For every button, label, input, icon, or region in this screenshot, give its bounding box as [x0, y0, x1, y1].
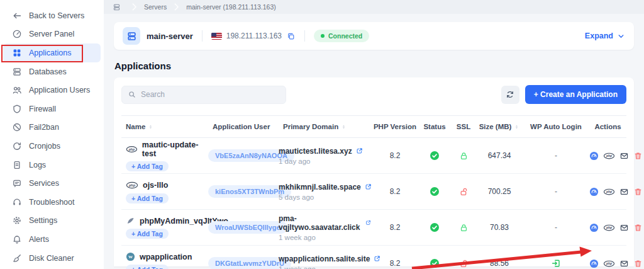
search-icon: [128, 90, 136, 99]
delete-button[interactable]: [633, 187, 643, 197]
actions-cell: [589, 259, 643, 268]
php-icon: [603, 223, 615, 232]
applications-table: Name Application User Primary Domain PHP…: [121, 115, 626, 269]
manage-button[interactable]: [589, 151, 599, 161]
sidebar-item-firewall[interactable]: Firewall: [3, 100, 101, 118]
ssl-lock-icon: [459, 151, 469, 161]
create-application-button[interactable]: + Create an Application: [525, 85, 626, 104]
application-name[interactable]: ojs-lllo: [126, 180, 168, 190]
refresh-button[interactable]: [501, 86, 519, 104]
sidebar-item-settings[interactable]: Settings: [3, 212, 101, 231]
table-row: wpapplication + Add Tag DKGtatLwvmzYUDrU…: [121, 246, 626, 269]
wp-auto-login-button[interactable]: [551, 258, 561, 268]
php-settings-button[interactable]: [603, 259, 615, 268]
primary-domain-link[interactable]: mautictest.litesa.xyz: [279, 147, 364, 156]
age-label: 1 week ago: [279, 234, 316, 241]
actions-cell: [589, 223, 643, 232]
sidebar-item-label: Databases: [29, 67, 67, 76]
chevron-right-icon: [132, 3, 136, 11]
php-settings-button[interactable]: [603, 223, 615, 232]
page-title: Applications: [114, 60, 644, 71]
sidebar-item-cronjobs[interactable]: Cronjobs: [3, 137, 101, 156]
add-tag-button[interactable]: + Add Tag: [126, 193, 169, 203]
sidebar-item-label: Fail2ban: [29, 123, 59, 132]
mail-button[interactable]: [619, 259, 629, 268]
breadcrumb: Servers main-server (198.211.113.163): [104, 0, 644, 14]
sidebar-item-label: Troubleshoot: [29, 198, 75, 207]
application-name[interactable]: mautic-update-test: [126, 140, 208, 158]
column-header-name[interactable]: Name: [121, 123, 208, 130]
external-link-icon[interactable]: [365, 219, 372, 227]
column-header-size[interactable]: Size (MB): [476, 123, 523, 130]
table-row: phpMyAdmin_vqJltYwo + Add Tag WroaUWSbEQ…: [121, 210, 626, 246]
gear-icon: [12, 215, 22, 226]
shield-icon: [12, 104, 22, 114]
size-value: 70.83: [476, 223, 523, 232]
delete-button[interactable]: [633, 151, 643, 161]
delete-button[interactable]: [633, 259, 643, 268]
delete-icon: [633, 187, 643, 197]
delete-icon: [633, 223, 643, 232]
column-header-primary-domain[interactable]: Primary Domain: [279, 123, 372, 130]
column-header-application-user: Application User: [208, 123, 279, 130]
external-link-icon[interactable]: [364, 183, 372, 191]
mail-icon: [619, 259, 629, 268]
application-name[interactable]: wpapplication: [126, 252, 192, 261]
manage-button[interactable]: [589, 223, 599, 232]
mail-button[interactable]: [619, 223, 629, 232]
search-box: [121, 86, 286, 104]
wp-auto-login-value: -: [523, 151, 589, 160]
mail-icon: [619, 151, 629, 161]
expand-button[interactable]: Expand: [585, 31, 625, 40]
status-running-icon: [430, 258, 440, 268]
divider: [202, 30, 203, 42]
sidebar-item-services[interactable]: Services: [3, 174, 101, 193]
add-tag-button[interactable]: + Add Tag: [126, 161, 169, 171]
php-icon: [126, 144, 138, 154]
mail-icon: [619, 223, 629, 232]
age-label: 1 day ago: [279, 157, 311, 165]
main-area: Servers main-server (198.211.113.163) ma…: [104, 0, 644, 269]
breadcrumb-item-servers[interactable]: Servers: [144, 3, 167, 11]
document-icon: [12, 160, 22, 170]
sidebar-item-server-panel[interactable]: Server Panel: [3, 25, 101, 44]
sort-icon[interactable]: [341, 124, 347, 130]
delete-icon: [633, 151, 643, 161]
sidebar-item-label: Applications: [29, 49, 71, 57]
add-tag-button[interactable]: + Add Tag: [126, 229, 169, 239]
status-dot: [321, 34, 325, 38]
sidebar-item-logs[interactable]: Logs: [3, 156, 101, 175]
arrow-left-icon: [12, 11, 22, 21]
sort-icon[interactable]: [148, 124, 153, 130]
sidebar-item-applications[interactable]: Applications: [3, 43, 101, 62]
mail-button[interactable]: [619, 151, 629, 161]
apps-icon: [12, 48, 22, 58]
php-settings-button[interactable]: [603, 187, 615, 197]
column-header-wp-auto-login: WP Auto Login: [523, 123, 589, 130]
manage-button[interactable]: [589, 187, 599, 197]
application-user-pill[interactable]: WroaUWSbEQIllyge: [208, 221, 287, 234]
delete-button[interactable]: [633, 223, 643, 232]
primary-domain-link[interactable]: pma-vqjltywo.saavatar.click: [279, 214, 372, 232]
external-link-icon[interactable]: [355, 147, 364, 155]
sidebar-item-alerts[interactable]: Alerts: [3, 230, 101, 249]
sidebar-item-databases[interactable]: Databases: [3, 62, 101, 81]
search-input[interactable]: [141, 90, 280, 99]
sidebar-item-disk-cleaner[interactable]: Disk Cleaner: [3, 249, 101, 268]
primary-domain-link[interactable]: wpapplicationn.salite.site: [279, 255, 381, 263]
mail-button[interactable]: [619, 187, 629, 197]
sidebar-item-fail2ban[interactable]: Fail2ban: [3, 118, 101, 137]
manage-button[interactable]: [589, 259, 599, 268]
copy-icon[interactable]: [286, 31, 296, 41]
primary-domain-link[interactable]: mkhikmnjl.salite.space: [279, 183, 372, 192]
sort-icon[interactable]: [514, 124, 519, 130]
sidebar: Back to Servers Server Panel Application…: [0, 0, 104, 269]
php-settings-button[interactable]: [603, 151, 615, 161]
sidebar-item-back-to-servers[interactable]: Back to Servers: [3, 6, 101, 25]
sidebar-item-application-users[interactable]: Application Users: [3, 81, 101, 100]
server-name: main-server: [147, 31, 193, 41]
sidebar-item-troubleshoot[interactable]: Troubleshoot: [3, 193, 101, 212]
add-tag-button[interactable]: + Add Tag: [126, 265, 169, 269]
status-running-icon: [430, 186, 440, 197]
sidebar-item-label: Server Panel: [29, 30, 74, 38]
